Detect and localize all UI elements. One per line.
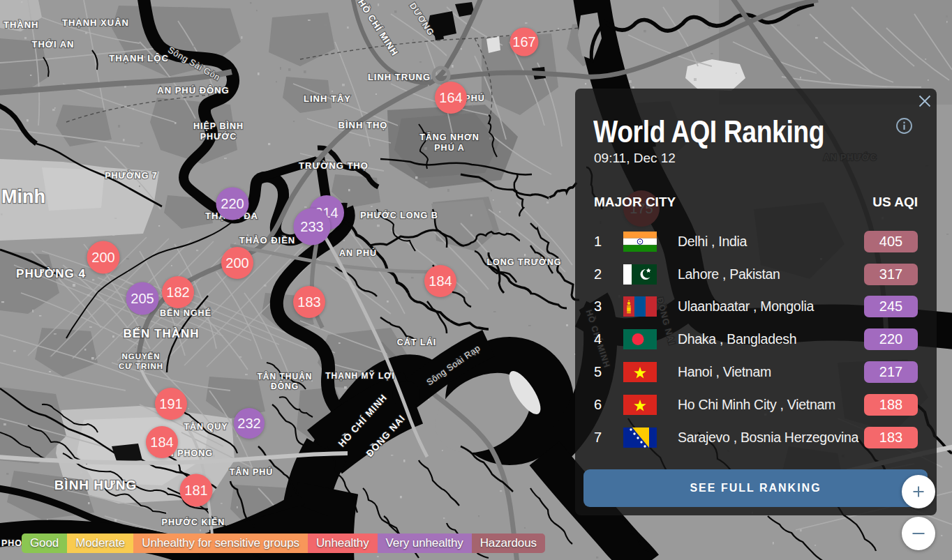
svg-text:NGUYỄN: NGUYỄN <box>121 352 160 361</box>
svg-text:THẠNH MỸ LỢI: THẠNH MỸ LỢI <box>325 370 395 381</box>
svg-text:LINH TÂY: LINH TÂY <box>304 93 351 104</box>
svg-text:PHƯỚC LONG B: PHƯỚC LONG B <box>360 210 438 220</box>
svg-text:PHƯỚC KIỂN: PHƯỚC KIỂN <box>162 517 225 527</box>
svg-text:HIỆP BÌNH: HIỆP BÌNH <box>193 121 244 131</box>
svg-text:THÀNH: THÀNH <box>3 20 39 30</box>
svg-text:TÂN QUY: TÂN QUY <box>184 421 228 432</box>
svg-text:TRƯỜNG THỌ: TRƯỜNG THỌ <box>299 160 369 171</box>
svg-text:BÌNH THỌ: BÌNH THỌ <box>339 120 388 130</box>
svg-text:PHÚ: PHÚ <box>464 93 484 103</box>
svg-text:BẾN THÀNH: BẾN THÀNH <box>123 327 199 340</box>
svg-text:THẠNH XUÂN: THẠNH XUÂN <box>62 17 129 28</box>
svg-text:AN PHÚ: AN PHÚ <box>339 248 377 258</box>
svg-text:AN PHÚ ĐÔNG: AN PHÚ ĐÔNG <box>157 85 229 96</box>
svg-text:TĂNG NHƠN: TĂNG NHƠN <box>419 132 479 142</box>
svg-text:LINH TRUNG: LINH TRUNG <box>368 72 431 82</box>
svg-text:TÂN PHÚ: TÂN PHÚ <box>230 467 274 477</box>
svg-text:Minh: Minh <box>1 186 45 207</box>
svg-text:THẠNH LỘC: THẠNH LỘC <box>109 53 169 63</box>
svg-text:PHÚ A: PHÚ A <box>434 142 464 153</box>
svg-text:TÂN THUẬN: TÂN THUẬN <box>258 371 313 381</box>
svg-text:ĐÔNG: ĐÔNG <box>271 381 299 391</box>
svg-text:BẾN NGHÉ: BẾN NGHÉ <box>160 308 211 318</box>
svg-text:THỚI AN: THỚI AN <box>32 39 75 50</box>
svg-text:BÌNH HƯNG: BÌNH HƯNG <box>54 478 137 492</box>
svg-text:LONG TRƯỜNG: LONG TRƯỜNG <box>486 257 561 267</box>
svg-text:PHƯỜNG 4: PHƯỜNG 4 <box>16 267 86 280</box>
svg-text:THẢO ĐIỀN: THẢO ĐIỀN <box>239 235 296 245</box>
svg-text:PHƯỜNG 7: PHƯỜNG 7 <box>105 170 158 181</box>
svg-text:PHƯỚC: PHƯỚC <box>200 131 237 142</box>
svg-text:CƯ TRINH: CƯ TRINH <box>119 362 163 370</box>
svg-text:CÁT LÁI: CÁT LÁI <box>397 337 436 347</box>
